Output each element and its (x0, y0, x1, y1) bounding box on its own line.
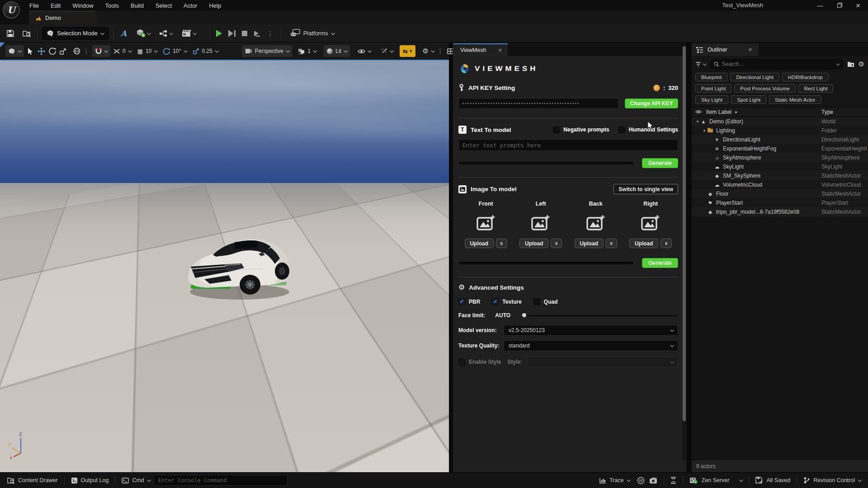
outliner-row[interactable]: ◆tripo_pbr_model...8-7a19f5582e08StaticM… (692, 207, 868, 216)
filter-icon[interactable] (695, 62, 706, 67)
enable-style-checkbox[interactable] (458, 359, 465, 366)
texture-quality-select[interactable]: standard (504, 340, 678, 351)
texture-checkbox[interactable]: ✓ (492, 298, 499, 305)
console-command-input[interactable] (154, 475, 288, 486)
text-prompt-input[interactable] (458, 139, 678, 151)
minimize-button[interactable]: — (816, 2, 824, 9)
lit-mode-dropdown[interactable]: Lit (324, 45, 350, 57)
menu-build[interactable]: Build (127, 1, 148, 10)
move-tool-icon[interactable] (38, 47, 45, 55)
search-input[interactable] (722, 61, 834, 67)
slider-thumb[interactable] (522, 313, 526, 317)
outliner-row[interactable]: ☀DirectionalLightDirectionalLight (692, 135, 868, 144)
humanoid-settings-checkbox[interactable] (618, 127, 625, 133)
text-generate-button[interactable]: Generate (642, 158, 678, 168)
upload-button[interactable]: Upload (575, 239, 604, 248)
insights-pause-icon[interactable] (637, 477, 645, 484)
filter-chip[interactable]: Directional Light (730, 73, 779, 81)
menu-select[interactable]: Select (151, 1, 176, 10)
menu-help[interactable]: Help (205, 1, 225, 10)
level-tab-demo[interactable]: Demo (29, 11, 96, 24)
outliner-row[interactable]: ▼LightingFolder (692, 126, 868, 135)
save-icon[interactable] (5, 28, 16, 39)
close-icon[interactable]: ✕ (498, 47, 502, 53)
unreal-logo-icon[interactable]: U (3, 1, 20, 19)
menu-actor[interactable]: Actor (179, 1, 201, 10)
add-image-icon[interactable] (641, 214, 660, 230)
rotate-tool-icon[interactable] (49, 47, 56, 55)
menu-edit[interactable]: Edit (47, 1, 65, 10)
outliner-row[interactable]: ☁VolumetricCloudVolumetricCloud (692, 180, 868, 189)
background-tasks-icon[interactable] (667, 477, 680, 484)
clear-upload-button[interactable]: x (551, 239, 562, 248)
trace-dropdown[interactable]: Trace (596, 477, 633, 483)
scale-snap-value[interactable]: 0.25 (190, 45, 221, 57)
grid-snap-value[interactable]: ▦ 10 (134, 45, 160, 57)
api-key-field[interactable]: ••••••••••••••••••••••••••••••••••••••••… (458, 98, 618, 109)
add-actor-icon[interactable] (134, 28, 152, 39)
filter-chip[interactable]: HDRIBackdrop (782, 73, 829, 81)
menu-file[interactable]: File (25, 1, 43, 10)
type-column[interactable]: Type (821, 109, 833, 115)
viewmesh-scrollbar[interactable] (683, 44, 686, 461)
pbr-checkbox[interactable]: ✓ (458, 298, 465, 305)
tab-viewmesh[interactable]: ViewMesh ✕ (453, 43, 508, 56)
platforms-dropdown[interactable]: Platforms (290, 29, 334, 38)
outliner-search[interactable] (709, 59, 844, 69)
face-limit-slider[interactable] (522, 315, 678, 316)
screen-percentage-dropdown[interactable]: 1 (295, 45, 320, 57)
upload-button[interactable]: Upload (629, 239, 658, 248)
filter-chip[interactable]: Static Mesh Actor (769, 95, 821, 104)
blueprints-icon[interactable]: A (118, 28, 130, 39)
close-button[interactable]: ✕ (854, 2, 862, 9)
filter-chip[interactable]: Rect Light (798, 84, 834, 93)
menu-window[interactable]: Window (68, 1, 97, 10)
change-api-key-button[interactable]: Change API KEY (625, 99, 678, 108)
zen-server-dropdown[interactable]: Zen Server (686, 477, 746, 484)
world-coordinate-icon[interactable] (73, 47, 80, 55)
realtime-toggle[interactable]: ⇆✦ (400, 45, 415, 57)
content-drawer-button[interactable]: Content Drawer (4, 477, 61, 484)
surface-snap-value[interactable]: 0 (110, 45, 134, 57)
viewport-3d-view[interactable]: Z Y x (0, 61, 449, 472)
restore-button[interactable] (835, 2, 843, 9)
add-image-icon[interactable] (476, 214, 495, 230)
play-options-icon[interactable]: ⋮ (267, 31, 274, 36)
expander-icon[interactable]: ▼ (695, 120, 700, 124)
clear-upload-button[interactable]: x (496, 239, 507, 248)
skip-to-marker-button[interactable] (228, 30, 236, 37)
rotation-snap-value[interactable]: 10° (160, 45, 189, 57)
outliner-row[interactable]: ⚑PlayerStartPlayerStart (692, 198, 868, 207)
outliner-row[interactable]: ◆SM_SkySphereStaticMeshActor (692, 171, 868, 180)
revision-control-dropdown[interactable]: Revision Control (800, 477, 864, 484)
screenshot-icon[interactable] (649, 477, 657, 484)
image-generate-button[interactable]: Generate (642, 258, 678, 268)
filter-chip[interactable]: Post Process Volume (734, 84, 795, 93)
stop-button[interactable] (242, 31, 247, 36)
outliner-row[interactable]: ▼▲Demo (Editor)World (692, 117, 868, 126)
close-icon[interactable]: ✕ (748, 47, 752, 53)
outliner-row[interactable]: ≋ExponentialHeightFogExponentialHeightFo… (692, 144, 868, 153)
expander-icon[interactable]: ▼ (702, 129, 707, 133)
filter-chip[interactable]: Blueprint (695, 73, 727, 81)
filter-chip[interactable]: Point Light (695, 84, 731, 93)
tab-outliner[interactable]: Outliner ✕ (692, 43, 759, 56)
upload-button[interactable]: Upload (519, 239, 548, 248)
scale-tool-icon[interactable] (60, 47, 66, 55)
add-image-icon[interactable] (531, 214, 550, 230)
viewport-options-icon[interactable]: ⋮ (437, 49, 443, 53)
output-log-button[interactable]: Output Log (67, 477, 113, 484)
filter-chip[interactable]: Spot Light (731, 95, 766, 104)
add-folder-icon[interactable] (847, 61, 855, 67)
outliner-row[interactable]: ◆FloorStaticMeshActor (692, 189, 868, 198)
add-image-icon[interactable] (586, 214, 605, 230)
view-adjustments-dropdown[interactable] (377, 45, 396, 57)
outliner-column-header[interactable]: Item Label ▲ Type (692, 107, 868, 117)
select-tool-icon[interactable] (28, 47, 33, 55)
play-button[interactable] (216, 30, 222, 37)
outliner-settings-icon[interactable]: ⚙ (859, 60, 864, 68)
outliner-row[interactable]: ☼SkyAtmosphereSkyAtmosphere (692, 153, 868, 162)
quad-checkbox[interactable] (533, 298, 540, 305)
viewport-mode-dropdown[interactable] (5, 45, 24, 57)
filter-chip[interactable]: Sky Light (695, 95, 728, 104)
